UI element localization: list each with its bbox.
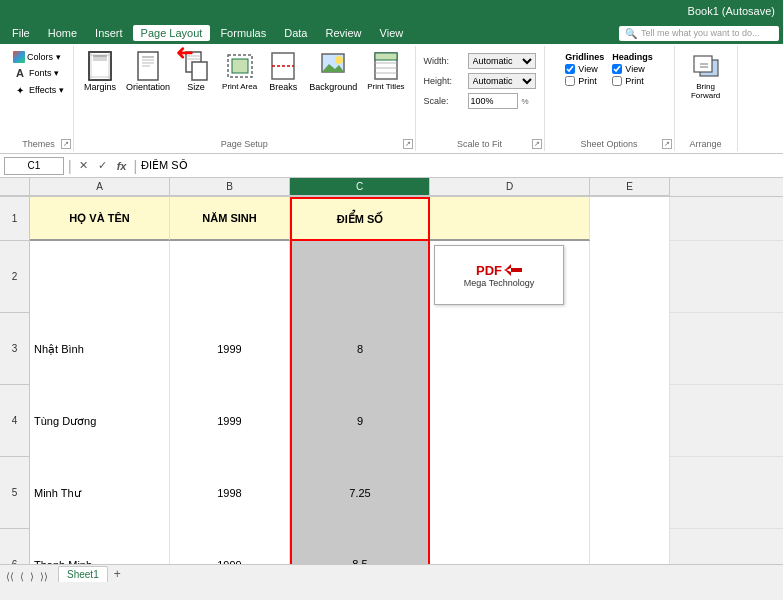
cell-C3-value: 8 [357,343,363,355]
cell-C4-value: 9 [357,415,363,427]
orientation-icon [132,50,164,82]
cell-A4-value: Tùng Dương [34,415,96,428]
effects-button[interactable]: ✦ Effects ▾ [10,82,67,98]
cell-B1[interactable]: NĂM SINH [170,197,290,241]
col-header-D[interactable]: D [430,178,590,196]
cell-B3-value: 1999 [217,343,241,355]
width-select[interactable]: Automatic [468,53,536,69]
cell-D4[interactable] [430,385,590,457]
confirm-button[interactable]: ✓ [95,158,110,173]
search-icon: 🔍 [625,28,637,39]
row-num-5[interactable]: 5 [0,457,30,529]
height-select[interactable]: Automatic [468,73,536,89]
menu-home[interactable]: Home [40,25,85,41]
breaks-icon [267,50,299,82]
cell-A3-value: Nhật Bình [34,343,84,356]
sheet-nav: ⟨⟨ ⟨ ⟩ ⟩⟩ [4,571,50,582]
margins-button[interactable]: Margins [80,48,120,94]
cell-E2[interactable] [590,241,670,313]
scale-input[interactable] [468,93,518,109]
gridlines-view-checkbox[interactable] [565,64,575,74]
cell-C5[interactable]: 7.25 [290,457,430,529]
themes-expand[interactable]: ↗ [61,139,71,149]
row-num-1[interactable]: 1 [0,197,30,241]
cell-B5[interactable]: 1998 [170,457,290,529]
colors-icon [13,51,25,63]
menu-file[interactable]: File [4,25,38,41]
cell-E3[interactable] [590,313,670,385]
grid-row-5: Minh Thư 1998 7.25 [30,457,783,529]
menu-pagelayout[interactable]: Page Layout [133,25,211,41]
headings-print-row: Print [612,76,653,86]
menu-formulas[interactable]: Formulas [212,25,274,41]
menu-data[interactable]: Data [276,25,315,41]
cell-C2[interactable] [290,241,430,313]
fonts-button[interactable]: A Fonts ▾ [10,65,67,81]
cell-A5[interactable]: Minh Thư [30,457,170,529]
ribbon-group-themes: Colors ▾ A Fonts ▾ ✦ Effects ▾ Themes ↗ [4,46,74,151]
print-area-button[interactable]: Print Area [218,48,261,93]
print-titles-button[interactable]: Print Titles [363,48,408,93]
cell-C1[interactable]: ĐIỂM SỐ [290,197,430,241]
formula-input[interactable] [141,157,779,175]
colors-button[interactable]: Colors ▾ [10,50,67,64]
bring-forward-button[interactable]: BringForward [681,48,731,102]
bring-forward-icon [690,50,722,82]
svg-marker-35 [504,269,522,276]
headings-column: Headings View Print [612,52,653,86]
row-num-4[interactable]: 4 [0,385,30,457]
menu-view[interactable]: View [372,25,412,41]
grid-scroll[interactable]: 1 2 3 4 5 6 HỌ VÀ TÊN NĂM SINH ĐIỂM SỐ [0,197,783,582]
ribbon: Colors ▾ A Fonts ▾ ✦ Effects ▾ Themes ↗ [0,44,783,154]
name-box[interactable] [4,157,64,175]
fx-button[interactable]: fx [114,159,130,173]
search-box[interactable]: 🔍 Tell me what you want to do... [619,26,779,41]
cell-D3[interactable] [430,313,590,385]
col-header-A[interactable]: A [30,178,170,196]
headings-view-checkbox[interactable] [612,64,622,74]
background-button[interactable]: Background [305,48,361,94]
cell-D1[interactable] [430,197,590,241]
cell-D5[interactable] [430,457,590,529]
cell-C3[interactable]: 8 [290,313,430,385]
cell-A2[interactable] [30,241,170,313]
menu-review[interactable]: Review [317,25,369,41]
cell-A3[interactable]: Nhật Bình [30,313,170,385]
sheet-nav-prev[interactable]: ⟨ [18,571,26,582]
cell-A1-value: HỌ VÀ TÊN [69,212,129,225]
cell-E5[interactable] [590,457,670,529]
orientation-button[interactable]: Orientation ➜ [122,48,174,94]
sheet-nav-first[interactable]: ⟨⟨ [4,571,16,582]
cell-A1[interactable]: HỌ VÀ TÊN [30,197,170,241]
breaks-button[interactable]: Breaks [263,48,303,94]
row-num-3[interactable]: 3 [0,313,30,385]
grid-row-1: HỌ VÀ TÊN NĂM SINH ĐIỂM SỐ [30,197,783,241]
sheet-nav-next[interactable]: ⟩ [28,571,36,582]
headings-print-checkbox[interactable] [612,76,622,86]
cell-A4[interactable]: Tùng Dương [30,385,170,457]
cell-B4[interactable]: 1999 [170,385,290,457]
cancel-button[interactable]: ✕ [76,158,91,173]
gridlines-view-label: View [578,64,597,74]
formula-bar: | ✕ ✓ fx | [0,154,783,178]
sheetoptions-expand[interactable]: ↗ [662,139,672,149]
col-header-C[interactable]: C [290,178,430,196]
cell-D2[interactable]: PDF Mega Technology [430,241,590,313]
col-header-B[interactable]: B [170,178,290,196]
pagesetup-expand[interactable]: ↗ [403,139,413,149]
scaletofit-expand[interactable]: ↗ [532,139,542,149]
grid-row-3: Nhật Bình 1999 8 [30,313,783,385]
cell-E4[interactable] [590,385,670,457]
title-bar: Book1 (Autosave) [0,0,783,22]
sheet-nav-last[interactable]: ⟩⟩ [38,571,50,582]
cell-B2[interactable] [170,241,290,313]
col-header-E[interactable]: E [590,178,670,196]
row-num-2[interactable]: 2 [0,241,30,313]
gridlines-print-checkbox[interactable] [565,76,575,86]
sheet-tab-1[interactable]: Sheet1 [58,566,108,582]
cell-E1[interactable] [590,197,670,241]
cell-C4[interactable]: 9 [290,385,430,457]
add-sheet-button[interactable]: + [108,567,127,581]
menu-insert[interactable]: Insert [87,25,131,41]
cell-B3[interactable]: 1999 [170,313,290,385]
